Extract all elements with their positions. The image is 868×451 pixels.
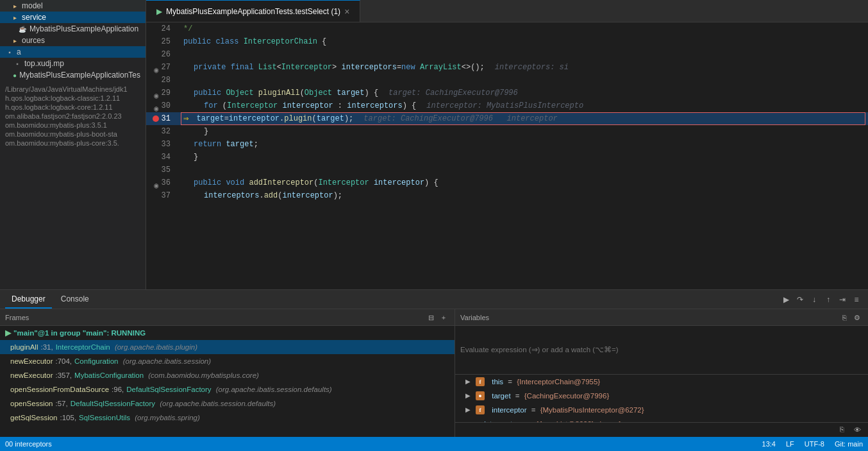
- breakpoint-indicator: [153, 192, 159, 199]
- line-num-26: 26: [146, 48, 178, 61]
- code-line-36: public void addInterceptor(Interceptor i…: [178, 176, 868, 189]
- line-number: 29: [162, 87, 171, 99]
- frame-item-1[interactable]: newExecutor :704, Configuration (org.apa…: [0, 354, 455, 368]
- active-tab[interactable]: ▶ MybatisPlusExampleApplicationTests.tes…: [146, 0, 360, 22]
- sidebar-item-a[interactable]: ▪ a: [0, 46, 146, 58]
- evaluate-button[interactable]: ≡: [850, 293, 863, 306]
- frame-item-3[interactable]: openSessionFromDataSource :96, DefaultSq…: [0, 382, 455, 396]
- frame-line: :57,: [56, 400, 68, 407]
- frame-class: InterceptorChain: [56, 343, 110, 351]
- sidebar-item-label: MybatisPlusExampleApplicationTes: [19, 71, 140, 80]
- frame-pkg: (com.baomidou.mybatisplus.core): [146, 371, 259, 379]
- line-number: 34: [162, 151, 171, 164]
- frame-item-2[interactable]: newExecutor :357, MybatisConfiguration (…: [0, 368, 455, 382]
- code-editor: ▶ MybatisPlusExampleApplicationTests.tes…: [146, 0, 868, 289]
- tab-close-button[interactable]: ×: [344, 6, 349, 17]
- line-num-30: ◉ 30: [146, 99, 178, 112]
- line-number: 27: [162, 61, 171, 74]
- var-value: {CachingExecutor@7996}: [524, 392, 610, 400]
- frame-pkg: (org.apache.ibatis.session.defaults): [214, 386, 332, 393]
- tab-label: MybatisPlusExampleApplicationTests.testS…: [166, 7, 340, 16]
- library-item: om.alibaba.fastjson2:fastjson2:2.0.23: [5, 112, 140, 121]
- frame-class: SqlSessionUtils: [79, 414, 130, 421]
- line-num-37: 37: [146, 189, 178, 202]
- var-item-this[interactable]: ▶ f this = {InterceptorChain@7955}: [455, 375, 868, 389]
- breakpoint-indicator: ◉: [153, 180, 159, 186]
- var-item-target[interactable]: ▶ ● target = {CachingExecutor@7996}: [455, 389, 868, 403]
- step-into-button[interactable]: ↓: [808, 293, 821, 306]
- line-number: 31: [162, 112, 171, 125]
- frame-method: openSession: [10, 400, 53, 407]
- thread-name: "main"@1 in group "main": RUNNING: [13, 329, 146, 337]
- folder-icon: ▸: [10, 36, 19, 45]
- line-number: 24: [162, 22, 171, 35]
- code-line-27: private final List<Interceptor> intercep…: [178, 61, 868, 74]
- tab-bar: ▶ MybatisPlusExampleApplicationTests.tes…: [146, 0, 868, 22]
- breakpoint-indicator: [153, 154, 159, 160]
- settings-icon[interactable]: ⚙: [851, 312, 863, 323]
- bottom-content: Frames ⊟ + ▶ "main"@1 in group "main": R…: [0, 309, 868, 437]
- tab-console[interactable]: Console: [54, 290, 96, 309]
- frames-toolbar: ⊟ +: [425, 312, 449, 323]
- variables-header: Variables ⎘ ⚙: [455, 309, 868, 326]
- view-as-icon[interactable]: 👁: [851, 424, 863, 436]
- step-out-button[interactable]: ↑: [822, 293, 835, 306]
- copy-icon[interactable]: ⎘: [839, 312, 850, 323]
- resume-button[interactable]: ▶: [780, 293, 792, 306]
- breakpoint-indicator: ◉: [153, 103, 159, 109]
- expand-chevron: ▶: [465, 406, 473, 413]
- var-item-interceptor[interactable]: ▶ f interceptor = {MybatisPlusIntercepto…: [455, 403, 868, 417]
- line-numbers: 24 25 26 ◉ 27: [146, 22, 178, 289]
- sidebar-item-label: top.xudj.mp: [24, 59, 64, 68]
- sidebar-item-service[interactable]: ▸ service: [0, 12, 146, 23]
- line-number: 25: [162, 35, 171, 48]
- frames-panel: Frames ⊟ + ▶ "main"@1 in group "main": R…: [0, 309, 455, 437]
- run-to-cursor-button[interactable]: ⇥: [836, 293, 849, 306]
- tab-debugger[interactable]: Debugger: [5, 290, 52, 309]
- frame-item-5[interactable]: getSqlSession :105, SqlSessionUtils (org…: [0, 411, 455, 425]
- library-item: /Library/Java/JavaVirtualMachines/jdk1: [5, 85, 140, 94]
- line-number: 36: [162, 176, 171, 189]
- add-watchpoint-icon[interactable]: +: [438, 312, 449, 323]
- var-type-icon: f: [476, 377, 485, 386]
- breakpoint-active: [153, 115, 159, 122]
- frame-item-4[interactable]: openSession :57, DefaultSqlSessionFactor…: [0, 396, 455, 411]
- frame-pkg: (org.mybatis.spring): [133, 414, 200, 421]
- sidebar-item-model[interactable]: ▸ model: [0, 0, 146, 12]
- sidebar-item-topxudj[interactable]: ▪ top.xudj.mp: [0, 58, 146, 69]
- line-num-28: 28: [146, 74, 178, 87]
- code-line-31: ⇒ target = interceptor.plugin(target); t…: [178, 112, 868, 125]
- line-number: 30: [162, 99, 171, 112]
- frame-method: getSqlSession: [10, 414, 58, 421]
- code-line-35: [178, 164, 868, 176]
- breakpoint-indicator: [153, 26, 159, 32]
- line-number: 35: [162, 164, 171, 176]
- file-icon-green: ●: [13, 71, 17, 80]
- frame-method: pluginAll: [10, 343, 38, 351]
- watch-expression-input[interactable]: [455, 326, 868, 375]
- code-lines: */ public class InterceptorChain {: [178, 22, 868, 289]
- frame-method: openSessionFromDataSource: [10, 386, 109, 393]
- expand-chevron: ▶: [465, 378, 473, 385]
- folder-icon: ▸: [10, 1, 19, 10]
- sidebar-item-mybatisplus[interactable]: ☕ MybatisPlusExampleApplication: [0, 23, 146, 35]
- var-equals: =: [530, 406, 538, 414]
- breakpoint-indicator: [153, 141, 159, 148]
- frame-item-0[interactable]: pluginAll :31, InterceptorChain (org.apa…: [0, 340, 455, 354]
- line-num-31: 31: [146, 112, 178, 125]
- var-item-interceptors[interactable]: ▼ ∞ interceptors = {ArrayList@8000} size…: [455, 417, 868, 423]
- var-type-icon: ●: [476, 391, 485, 400]
- variables-title: Variables: [460, 309, 489, 326]
- copy-value-icon[interactable]: ⎘: [836, 424, 847, 436]
- sidebar-item-resources[interactable]: ▸ ources: [0, 35, 146, 46]
- filter-icon[interactable]: ⊟: [425, 312, 437, 323]
- folder-icon: ▸: [10, 13, 19, 22]
- step-over-button[interactable]: ↷: [794, 293, 806, 306]
- breakpoint-indicator: [153, 167, 159, 173]
- sidebar-item-test[interactable]: ● MybatisPlusExampleApplicationTes: [0, 69, 146, 81]
- sidebar-item-label: a: [17, 47, 21, 56]
- frame-method: newExecutor: [10, 357, 53, 365]
- var-value: {InterceptorChain@7955}: [517, 378, 600, 386]
- debugger-tabs: Debugger Console ▶ ↷ ↓ ↑ ⇥ ≡: [0, 290, 868, 309]
- line-num-36: ◉ 36: [146, 176, 178, 189]
